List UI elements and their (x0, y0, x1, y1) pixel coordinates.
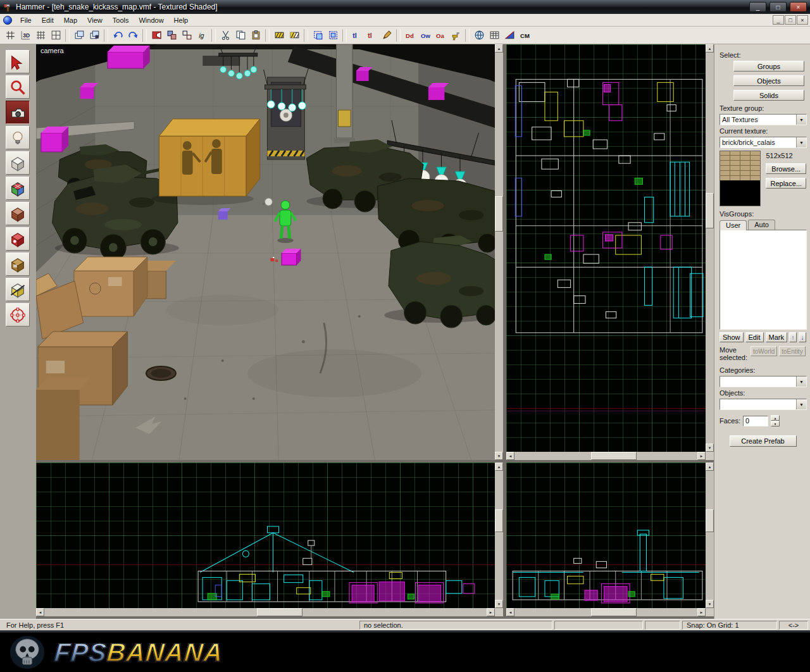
chevron-down-icon[interactable]: ▼ (796, 137, 806, 147)
minimize-button[interactable]: _ (749, 2, 766, 12)
visgroup-edit-button[interactable]: Edit (745, 332, 764, 342)
run-map-button[interactable] (471, 28, 487, 42)
overlay-tool[interactable] (6, 252, 30, 276)
copy-button[interactable] (233, 28, 248, 42)
toggle-dd-button[interactable]: Dd (402, 28, 418, 42)
menu-tools[interactable]: Tools (108, 15, 134, 25)
document-icon[interactable] (3, 16, 12, 25)
to-world-button[interactable]: toWorld (751, 346, 777, 356)
close-button[interactable]: × (790, 2, 807, 12)
horizontal-scrollbar[interactable]: ◄ ► (506, 608, 706, 616)
scroll-up-icon[interactable]: ▲ (495, 463, 503, 471)
scrollbar-thumb[interactable] (706, 193, 714, 228)
vertex-manipulation-tool[interactable] (6, 303, 30, 327)
load-window-state-button[interactable] (72, 28, 87, 42)
2d-side-view[interactable] (506, 463, 706, 608)
create-prefab-button[interactable]: Create Prefab (730, 435, 797, 447)
cordon-mode-button[interactable]: CM (517, 28, 532, 42)
title-bar[interactable]: Hammer - [teh_snake_kickass_map.vmf - Te… (0, 0, 810, 14)
scroll-down-icon[interactable]: ▼ (495, 600, 503, 608)
menu-help[interactable]: Help (169, 15, 194, 25)
menu-edit[interactable]: Edit (37, 15, 59, 25)
tab-user[interactable]: User (720, 220, 747, 230)
clipping-tool[interactable] (6, 278, 30, 301)
objects-dropdown[interactable]: ▼ (720, 399, 807, 410)
browse-button[interactable]: Browse... (766, 163, 806, 174)
scroll-right-icon[interactable]: ► (487, 608, 495, 616)
camera-tool[interactable] (6, 101, 30, 124)
scrollbar-thumb[interactable] (495, 196, 503, 232)
scrollbar-thumb[interactable] (495, 509, 503, 532)
move-down-icon[interactable]: ↓ (799, 332, 806, 342)
texture-scale-lock-button[interactable]: tl (364, 28, 379, 42)
brand-wordmark[interactable]: FPSBANANA (53, 633, 225, 672)
grid-3d-button[interactable]: 3D (18, 28, 33, 42)
redo-button[interactable] (125, 28, 140, 42)
texture-lock-button[interactable]: tl (349, 28, 364, 42)
smaller-grid-button[interactable] (33, 28, 48, 42)
3d-camera-view[interactable]: camera (36, 44, 495, 460)
scroll-right-icon[interactable]: ► (697, 608, 706, 616)
scroll-down-icon[interactable]: ▼ (706, 600, 714, 608)
chevron-down-icon[interactable]: ▼ (796, 399, 806, 409)
menu-map[interactable]: Map (59, 15, 82, 25)
current-texture-dropdown[interactable]: brick/brick_calais ▼ (720, 137, 807, 148)
fpsbanana-banner[interactable]: FPSBANANA (0, 633, 810, 672)
entity-tool[interactable] (6, 126, 30, 149)
snap-to-grid-button[interactable] (3, 28, 18, 42)
apply-current-texture-tool[interactable] (6, 202, 30, 225)
scroll-up-icon[interactable]: ▲ (706, 463, 714, 471)
move-up-icon[interactable]: ↑ (789, 332, 797, 342)
scroll-right-icon[interactable]: ► (697, 452, 706, 460)
chevron-down-icon[interactable]: ▼ (796, 376, 806, 387)
scroll-down-icon[interactable]: ▼ (706, 444, 714, 452)
mdi-restore-button[interactable]: □ (785, 15, 796, 25)
2d-front-view[interactable] (36, 463, 495, 608)
menu-window[interactable]: Window (134, 15, 168, 25)
faucet-button[interactable] (448, 28, 463, 42)
scrollbar-thumb[interactable] (591, 608, 637, 616)
3d-vertical-scrollbar[interactable]: ▲ ▼ (495, 44, 503, 460)
save-window-state-button[interactable] (87, 28, 102, 42)
scrollbar-thumb[interactable] (257, 608, 302, 616)
select-objects-button[interactable]: Objects (733, 75, 804, 86)
select-solids-button[interactable]: Solids (733, 90, 804, 101)
apply-decals-tool[interactable] (6, 227, 30, 251)
undo-button[interactable] (110, 28, 125, 42)
toggle-oa-button[interactable]: Oa (433, 28, 448, 42)
visgroup-mark-button[interactable]: Mark (766, 332, 787, 342)
2d-top-view[interactable] (506, 44, 706, 452)
scroll-up-icon[interactable]: ▲ (706, 44, 714, 53)
select-groups-button[interactable]: Groups (733, 61, 804, 72)
select-touching-button[interactable] (310, 28, 325, 42)
maximize-button[interactable]: □ (770, 2, 787, 12)
cut-button[interactable] (218, 28, 233, 42)
tab-auto[interactable]: Auto (748, 220, 775, 230)
ignore-groups-button[interactable]: ig (194, 28, 209, 42)
visgroup-show-button[interactable]: Show (720, 332, 744, 342)
scroll-left-icon[interactable]: ◄ (36, 608, 44, 616)
magnify-tool[interactable] (6, 75, 30, 99)
horizontal-scrollbar[interactable]: ◄ ► (36, 608, 495, 616)
scroll-left-icon[interactable]: ◄ (506, 608, 514, 616)
mdi-minimize-button[interactable]: _ (773, 15, 784, 25)
entity-report-button[interactable] (487, 28, 502, 42)
visgroups-list[interactable] (720, 230, 807, 330)
scrollbar-thumb[interactable] (591, 452, 637, 460)
spin-up-icon[interactable]: ▲ (771, 415, 780, 421)
chevron-down-icon[interactable]: ▼ (796, 115, 806, 125)
selection-tool[interactable] (6, 50, 30, 73)
vertical-scrollbar[interactable]: ▲ ▼ (706, 463, 714, 608)
menu-view[interactable]: View (82, 15, 108, 25)
mdi-close-button[interactable]: × (797, 15, 808, 25)
scroll-up-icon[interactable]: ▲ (495, 44, 503, 53)
scrollbar-thumb[interactable] (706, 509, 714, 532)
menu-file[interactable]: File (15, 15, 37, 25)
block-tool[interactable] (6, 151, 30, 175)
spin-down-icon[interactable]: ▼ (771, 421, 780, 426)
replace-button[interactable]: Replace... (766, 178, 806, 189)
carve-button[interactable] (149, 28, 164, 42)
hide-unselected-button[interactable] (287, 28, 302, 42)
vertical-scrollbar[interactable]: ▲ ▼ (495, 463, 503, 608)
angle-wedge-button[interactable] (502, 28, 517, 42)
